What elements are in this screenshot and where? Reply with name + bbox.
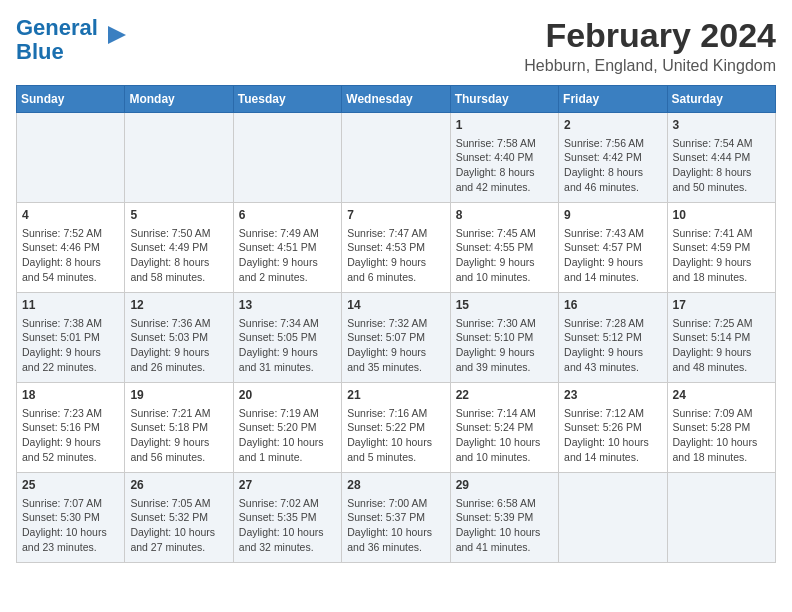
day-number: 9 [564,207,661,224]
cell-content: Sunrise: 7:43 AM Sunset: 4:57 PM Dayligh… [564,226,661,285]
calendar-cell: 13Sunrise: 7:34 AM Sunset: 5:05 PM Dayli… [233,293,341,383]
calendar-cell: 24Sunrise: 7:09 AM Sunset: 5:28 PM Dayli… [667,383,775,473]
day-number: 16 [564,297,661,314]
cell-content: Sunrise: 7:21 AM Sunset: 5:18 PM Dayligh… [130,406,227,465]
cell-content: Sunrise: 7:49 AM Sunset: 4:51 PM Dayligh… [239,226,336,285]
cell-content: Sunrise: 7:52 AM Sunset: 4:46 PM Dayligh… [22,226,119,285]
svg-marker-0 [108,26,126,44]
header-wednesday: Wednesday [342,86,450,113]
cell-content: Sunrise: 7:07 AM Sunset: 5:30 PM Dayligh… [22,496,119,555]
subtitle: Hebburn, England, United Kingdom [524,57,776,75]
calendar-week-row: 18Sunrise: 7:23 AM Sunset: 5:16 PM Dayli… [17,383,776,473]
calendar-cell: 22Sunrise: 7:14 AM Sunset: 5:24 PM Dayli… [450,383,558,473]
header-friday: Friday [559,86,667,113]
calendar-cell: 12Sunrise: 7:36 AM Sunset: 5:03 PM Dayli… [125,293,233,383]
day-number: 22 [456,387,553,404]
calendar-cell: 25Sunrise: 7:07 AM Sunset: 5:30 PM Dayli… [17,473,125,563]
calendar-cell: 2Sunrise: 7:56 AM Sunset: 4:42 PM Daylig… [559,113,667,203]
cell-content: Sunrise: 7:25 AM Sunset: 5:14 PM Dayligh… [673,316,770,375]
calendar-cell: 14Sunrise: 7:32 AM Sunset: 5:07 PM Dayli… [342,293,450,383]
calendar-week-row: 1Sunrise: 7:58 AM Sunset: 4:40 PM Daylig… [17,113,776,203]
calendar-week-row: 4Sunrise: 7:52 AM Sunset: 4:46 PM Daylig… [17,203,776,293]
calendar-cell: 6Sunrise: 7:49 AM Sunset: 4:51 PM Daylig… [233,203,341,293]
day-number: 8 [456,207,553,224]
page-header: GeneralBlue February 2024 Hebburn, Engla… [16,16,776,75]
calendar-cell: 16Sunrise: 7:28 AM Sunset: 5:12 PM Dayli… [559,293,667,383]
day-number: 29 [456,477,553,494]
calendar-cell: 11Sunrise: 7:38 AM Sunset: 5:01 PM Dayli… [17,293,125,383]
main-title: February 2024 [524,16,776,55]
calendar-cell: 17Sunrise: 7:25 AM Sunset: 5:14 PM Dayli… [667,293,775,383]
calendar-cell: 21Sunrise: 7:16 AM Sunset: 5:22 PM Dayli… [342,383,450,473]
calendar-cell: 26Sunrise: 7:05 AM Sunset: 5:32 PM Dayli… [125,473,233,563]
cell-content: Sunrise: 7:58 AM Sunset: 4:40 PM Dayligh… [456,136,553,195]
cell-content: Sunrise: 7:16 AM Sunset: 5:22 PM Dayligh… [347,406,444,465]
day-number: 11 [22,297,119,314]
cell-content: Sunrise: 7:05 AM Sunset: 5:32 PM Dayligh… [130,496,227,555]
calendar-cell: 27Sunrise: 7:02 AM Sunset: 5:35 PM Dayli… [233,473,341,563]
cell-content: Sunrise: 7:32 AM Sunset: 5:07 PM Dayligh… [347,316,444,375]
day-number: 4 [22,207,119,224]
calendar-week-row: 25Sunrise: 7:07 AM Sunset: 5:30 PM Dayli… [17,473,776,563]
calendar-cell: 9Sunrise: 7:43 AM Sunset: 4:57 PM Daylig… [559,203,667,293]
day-number: 20 [239,387,336,404]
day-number: 5 [130,207,227,224]
calendar-cell: 5Sunrise: 7:50 AM Sunset: 4:49 PM Daylig… [125,203,233,293]
calendar-cell: 18Sunrise: 7:23 AM Sunset: 5:16 PM Dayli… [17,383,125,473]
day-number: 3 [673,117,770,134]
day-number: 26 [130,477,227,494]
cell-content: Sunrise: 7:09 AM Sunset: 5:28 PM Dayligh… [673,406,770,465]
cell-content: Sunrise: 7:36 AM Sunset: 5:03 PM Dayligh… [130,316,227,375]
header-tuesday: Tuesday [233,86,341,113]
cell-content: Sunrise: 7:19 AM Sunset: 5:20 PM Dayligh… [239,406,336,465]
day-number: 14 [347,297,444,314]
cell-content: Sunrise: 7:41 AM Sunset: 4:59 PM Dayligh… [673,226,770,285]
day-number: 2 [564,117,661,134]
calendar-cell: 29Sunrise: 6:58 AM Sunset: 5:39 PM Dayli… [450,473,558,563]
day-number: 15 [456,297,553,314]
calendar-cell: 20Sunrise: 7:19 AM Sunset: 5:20 PM Dayli… [233,383,341,473]
cell-content: Sunrise: 7:45 AM Sunset: 4:55 PM Dayligh… [456,226,553,285]
calendar-cell [233,113,341,203]
day-number: 6 [239,207,336,224]
cell-content: Sunrise: 7:56 AM Sunset: 4:42 PM Dayligh… [564,136,661,195]
logo-arrow-icon [100,20,130,50]
calendar-cell [17,113,125,203]
cell-content: Sunrise: 7:47 AM Sunset: 4:53 PM Dayligh… [347,226,444,285]
cell-content: Sunrise: 6:58 AM Sunset: 5:39 PM Dayligh… [456,496,553,555]
day-number: 23 [564,387,661,404]
day-number: 24 [673,387,770,404]
calendar-cell: 19Sunrise: 7:21 AM Sunset: 5:18 PM Dayli… [125,383,233,473]
day-number: 19 [130,387,227,404]
calendar-week-row: 11Sunrise: 7:38 AM Sunset: 5:01 PM Dayli… [17,293,776,383]
cell-content: Sunrise: 7:34 AM Sunset: 5:05 PM Dayligh… [239,316,336,375]
day-number: 18 [22,387,119,404]
calendar-cell: 3Sunrise: 7:54 AM Sunset: 4:44 PM Daylig… [667,113,775,203]
day-number: 10 [673,207,770,224]
day-number: 13 [239,297,336,314]
calendar-cell: 4Sunrise: 7:52 AM Sunset: 4:46 PM Daylig… [17,203,125,293]
cell-content: Sunrise: 7:02 AM Sunset: 5:35 PM Dayligh… [239,496,336,555]
cell-content: Sunrise: 7:30 AM Sunset: 5:10 PM Dayligh… [456,316,553,375]
cell-content: Sunrise: 7:28 AM Sunset: 5:12 PM Dayligh… [564,316,661,375]
day-number: 28 [347,477,444,494]
logo-text: GeneralBlue [16,16,98,64]
cell-content: Sunrise: 7:23 AM Sunset: 5:16 PM Dayligh… [22,406,119,465]
calendar-cell [559,473,667,563]
calendar-cell: 7Sunrise: 7:47 AM Sunset: 4:53 PM Daylig… [342,203,450,293]
calendar-cell [667,473,775,563]
calendar-header-row: SundayMondayTuesdayWednesdayThursdayFrid… [17,86,776,113]
calendar-cell [342,113,450,203]
calendar-cell: 15Sunrise: 7:30 AM Sunset: 5:10 PM Dayli… [450,293,558,383]
header-sunday: Sunday [17,86,125,113]
cell-content: Sunrise: 7:54 AM Sunset: 4:44 PM Dayligh… [673,136,770,195]
calendar-table: SundayMondayTuesdayWednesdayThursdayFrid… [16,85,776,563]
calendar-cell: 28Sunrise: 7:00 AM Sunset: 5:37 PM Dayli… [342,473,450,563]
cell-content: Sunrise: 7:38 AM Sunset: 5:01 PM Dayligh… [22,316,119,375]
calendar-cell: 8Sunrise: 7:45 AM Sunset: 4:55 PM Daylig… [450,203,558,293]
cell-content: Sunrise: 7:12 AM Sunset: 5:26 PM Dayligh… [564,406,661,465]
logo: GeneralBlue [16,16,130,64]
day-number: 7 [347,207,444,224]
header-thursday: Thursday [450,86,558,113]
cell-content: Sunrise: 7:00 AM Sunset: 5:37 PM Dayligh… [347,496,444,555]
